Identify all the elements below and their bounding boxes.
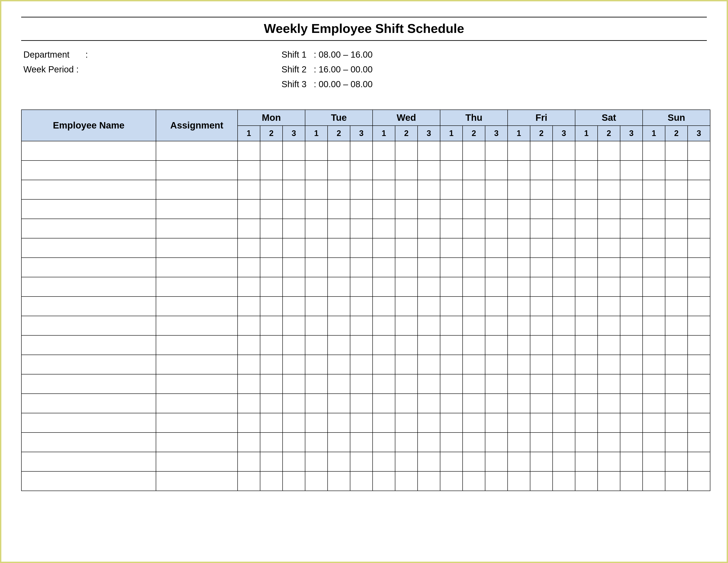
cell-shift[interactable] bbox=[373, 160, 395, 180]
cell-shift[interactable] bbox=[283, 355, 305, 374]
cell-shift[interactable] bbox=[665, 394, 688, 413]
cell-shift[interactable] bbox=[418, 297, 440, 316]
cell-shift[interactable] bbox=[485, 238, 508, 258]
cell-shift[interactable] bbox=[598, 297, 620, 316]
cell-shift[interactable] bbox=[643, 258, 665, 277]
cell-shift[interactable] bbox=[620, 336, 643, 355]
cell-shift[interactable] bbox=[260, 219, 283, 238]
cell-shift[interactable] bbox=[328, 238, 350, 258]
cell-shift[interactable] bbox=[530, 258, 553, 277]
cell-shift[interactable] bbox=[575, 433, 598, 452]
cell-shift[interactable] bbox=[305, 471, 328, 491]
cell-shift[interactable] bbox=[553, 394, 575, 413]
cell-shift[interactable] bbox=[395, 160, 418, 180]
cell-employee-name[interactable] bbox=[21, 277, 156, 297]
cell-shift[interactable] bbox=[440, 471, 463, 491]
cell-shift[interactable] bbox=[530, 374, 553, 394]
cell-shift[interactable] bbox=[373, 199, 395, 219]
cell-shift[interactable] bbox=[620, 258, 643, 277]
cell-shift[interactable] bbox=[688, 374, 710, 394]
cell-shift[interactable] bbox=[688, 336, 710, 355]
cell-shift[interactable] bbox=[485, 160, 508, 180]
cell-shift[interactable] bbox=[238, 238, 260, 258]
cell-shift[interactable] bbox=[283, 141, 305, 160]
cell-shift[interactable] bbox=[305, 160, 328, 180]
cell-shift[interactable] bbox=[688, 258, 710, 277]
cell-shift[interactable] bbox=[530, 355, 553, 374]
cell-shift[interactable] bbox=[350, 238, 373, 258]
cell-shift[interactable] bbox=[485, 277, 508, 297]
cell-shift[interactable] bbox=[575, 160, 598, 180]
cell-shift[interactable] bbox=[373, 219, 395, 238]
cell-shift[interactable] bbox=[305, 199, 328, 219]
cell-shift[interactable] bbox=[598, 160, 620, 180]
cell-employee-name[interactable] bbox=[21, 316, 156, 336]
cell-shift[interactable] bbox=[620, 394, 643, 413]
cell-shift[interactable] bbox=[508, 199, 530, 219]
cell-shift[interactable] bbox=[463, 297, 485, 316]
cell-shift[interactable] bbox=[395, 219, 418, 238]
cell-shift[interactable] bbox=[305, 336, 328, 355]
cell-shift[interactable] bbox=[418, 394, 440, 413]
cell-shift[interactable] bbox=[260, 374, 283, 394]
cell-shift[interactable] bbox=[665, 413, 688, 433]
cell-assignment[interactable] bbox=[156, 238, 238, 258]
cell-shift[interactable] bbox=[350, 336, 373, 355]
cell-shift[interactable] bbox=[328, 199, 350, 219]
cell-shift[interactable] bbox=[530, 219, 553, 238]
cell-shift[interactable] bbox=[350, 374, 373, 394]
cell-shift[interactable] bbox=[485, 413, 508, 433]
cell-shift[interactable] bbox=[395, 355, 418, 374]
cell-shift[interactable] bbox=[508, 355, 530, 374]
cell-shift[interactable] bbox=[530, 452, 553, 471]
cell-shift[interactable] bbox=[305, 413, 328, 433]
cell-employee-name[interactable] bbox=[21, 141, 156, 160]
cell-shift[interactable] bbox=[238, 471, 260, 491]
cell-shift[interactable] bbox=[598, 394, 620, 413]
cell-shift[interactable] bbox=[373, 355, 395, 374]
cell-shift[interactable] bbox=[575, 199, 598, 219]
cell-assignment[interactable] bbox=[156, 355, 238, 374]
cell-shift[interactable] bbox=[530, 277, 553, 297]
cell-shift[interactable] bbox=[328, 277, 350, 297]
cell-shift[interactable] bbox=[395, 471, 418, 491]
cell-shift[interactable] bbox=[665, 374, 688, 394]
cell-shift[interactable] bbox=[350, 219, 373, 238]
cell-shift[interactable] bbox=[395, 180, 418, 199]
cell-shift[interactable] bbox=[350, 180, 373, 199]
cell-shift[interactable] bbox=[688, 277, 710, 297]
cell-shift[interactable] bbox=[665, 297, 688, 316]
cell-shift[interactable] bbox=[350, 277, 373, 297]
cell-shift[interactable] bbox=[598, 141, 620, 160]
cell-shift[interactable] bbox=[260, 180, 283, 199]
cell-shift[interactable] bbox=[418, 355, 440, 374]
cell-shift[interactable] bbox=[305, 452, 328, 471]
cell-shift[interactable] bbox=[508, 258, 530, 277]
cell-employee-name[interactable] bbox=[21, 199, 156, 219]
cell-assignment[interactable] bbox=[156, 160, 238, 180]
cell-shift[interactable] bbox=[328, 180, 350, 199]
cell-shift[interactable] bbox=[463, 277, 485, 297]
cell-shift[interactable] bbox=[418, 452, 440, 471]
cell-shift[interactable] bbox=[418, 219, 440, 238]
cell-shift[interactable] bbox=[530, 471, 553, 491]
cell-shift[interactable] bbox=[260, 413, 283, 433]
cell-employee-name[interactable] bbox=[21, 258, 156, 277]
cell-shift[interactable] bbox=[373, 452, 395, 471]
cell-shift[interactable] bbox=[485, 452, 508, 471]
cell-shift[interactable] bbox=[283, 219, 305, 238]
cell-shift[interactable] bbox=[350, 433, 373, 452]
cell-shift[interactable] bbox=[463, 452, 485, 471]
cell-shift[interactable] bbox=[328, 297, 350, 316]
cell-shift[interactable] bbox=[463, 413, 485, 433]
cell-assignment[interactable] bbox=[156, 452, 238, 471]
cell-shift[interactable] bbox=[463, 238, 485, 258]
cell-assignment[interactable] bbox=[156, 336, 238, 355]
cell-shift[interactable] bbox=[665, 452, 688, 471]
cell-shift[interactable] bbox=[598, 336, 620, 355]
cell-shift[interactable] bbox=[575, 316, 598, 336]
cell-shift[interactable] bbox=[643, 452, 665, 471]
cell-shift[interactable] bbox=[620, 160, 643, 180]
cell-shift[interactable] bbox=[643, 471, 665, 491]
cell-shift[interactable] bbox=[553, 316, 575, 336]
